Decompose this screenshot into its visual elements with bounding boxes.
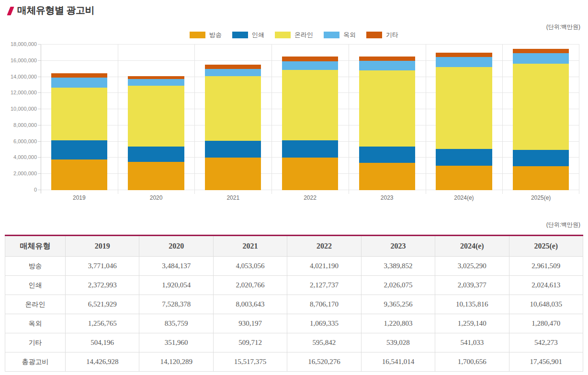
x-axis-label: 2019 — [41, 194, 118, 201]
bar-segment-기타 — [359, 57, 415, 61]
media-spend-table: 매체유형201920202021202220232024(e)2025(e) 방… — [5, 235, 583, 372]
y-axis-label: 10,000,000 — [0, 106, 37, 112]
bar-segment-방송 — [359, 163, 415, 190]
stacked-bar-2019 — [51, 45, 107, 190]
value-cell: 2,127,737 — [287, 276, 361, 295]
y-axis-label: 12,000,000 — [0, 90, 37, 95]
stacked-bar-2025(e) — [513, 45, 569, 190]
bar-segment-온라인 — [282, 70, 338, 140]
value-cell: 351,960 — [139, 333, 213, 352]
bar-segment-방송 — [436, 166, 492, 190]
value-cell: 6,521,929 — [66, 295, 139, 314]
value-cell: 16,520,276 — [287, 352, 361, 372]
bar-segment-옥외 — [282, 61, 338, 70]
table-header-year: 2024(e) — [435, 236, 509, 257]
bar-segment-온라인 — [436, 67, 492, 149]
bar-column-2019 — [41, 45, 118, 190]
media-spend-table-wrap: 매체유형201920202021202220232024(e)2025(e) 방… — [5, 235, 583, 372]
value-cell: 509,712 — [213, 333, 287, 352]
y-axis: 02,000,0004,000,0006,000,0008,000,00010,… — [0, 45, 37, 190]
table-row-인쇄: 인쇄2,372,9931,920,0542,020,7662,127,7372,… — [5, 276, 583, 295]
table-row-기타: 기타504,196351,960509,712595,842539,028541… — [5, 333, 583, 352]
bar-segment-인쇄 — [436, 149, 492, 165]
value-cell: 2,026,075 — [361, 276, 435, 295]
value-cell: 2,039,377 — [435, 276, 509, 295]
table-header-year: 2022 — [287, 236, 361, 257]
table-row-총광고비: 총광고비14,426,92814,120,28915,517,37516,520… — [5, 352, 583, 372]
value-cell: 10,648,035 — [509, 295, 583, 314]
value-cell: 14,426,928 — [66, 352, 139, 372]
legend-label: 방송 — [209, 31, 222, 39]
value-cell: 9,365,256 — [361, 295, 435, 314]
bar-segment-옥외 — [359, 61, 415, 71]
bar-segment-옥외 — [205, 69, 261, 77]
stacked-bar-chart — [41, 45, 579, 190]
row-label-cell: 온라인 — [5, 295, 66, 314]
value-cell: 17,456,901 — [509, 352, 583, 372]
value-cell: 542,273 — [509, 333, 583, 352]
table-row-온라인: 온라인6,521,9297,528,3788,003,6438,706,1709… — [5, 295, 583, 314]
bar-segment-인쇄 — [359, 147, 415, 163]
y-axis-label: 2,000,000 — [0, 170, 37, 176]
stacked-bar-2021 — [205, 45, 261, 190]
x-axis-label: 2023 — [349, 194, 426, 201]
value-cell: 930,197 — [213, 314, 287, 333]
page-title: 매체유형별 광고비 — [17, 4, 94, 17]
bar-segment-방송 — [51, 159, 107, 190]
x-axis: 201920202021202220232024(e)2025(e) — [41, 194, 579, 202]
row-label-cell: 기타 — [5, 333, 66, 352]
legend-item-온라인[interactable]: 온라인 — [275, 31, 313, 39]
bar-segment-방송 — [128, 162, 184, 190]
y-axis-label: 16,000,000 — [0, 57, 37, 63]
value-cell: 504,196 — [66, 333, 139, 352]
value-cell: 2,372,993 — [66, 276, 139, 295]
value-cell: 835,759 — [139, 314, 213, 333]
stacked-bar-2023 — [359, 45, 415, 190]
value-cell: 8,003,643 — [213, 295, 287, 314]
x-axis-label: 2020 — [118, 194, 195, 201]
legend-label: 기타 — [386, 31, 398, 39]
bar-column-2021 — [194, 45, 271, 190]
bar-segment-인쇄 — [205, 141, 261, 157]
value-cell: 595,842 — [287, 333, 361, 352]
value-cell: 4,021,190 — [287, 257, 361, 276]
legend-item-기타[interactable]: 기타 — [366, 31, 398, 39]
value-cell: 3,025,290 — [435, 257, 509, 276]
bar-segment-온라인 — [51, 88, 107, 140]
value-cell: 539,028 — [361, 333, 435, 352]
table-row-옥외: 옥외1,256,765835,759930,1971,069,3351,220,… — [5, 314, 583, 333]
value-cell: 10,135,816 — [435, 295, 509, 314]
table-body: 방송3,771,0463,484,1374,053,0564,021,1903,… — [5, 257, 583, 372]
x-axis-label: 2021 — [194, 194, 271, 201]
stacked-bar-2020 — [128, 45, 184, 190]
legend-swatch-icon — [324, 32, 339, 38]
value-cell: 4,053,056 — [213, 257, 287, 276]
value-cell: 1,700,656 — [435, 352, 509, 372]
bar-segment-온라인 — [359, 70, 415, 146]
table-header-row: 매체유형201920202021202220232024(e)2025(e) — [5, 236, 583, 257]
legend-swatch-icon — [190, 32, 205, 38]
legend-item-인쇄[interactable]: 인쇄 — [232, 31, 264, 39]
value-cell: 2,020,766 — [213, 276, 287, 295]
bar-segment-인쇄 — [51, 140, 107, 159]
bar-segment-기타 — [51, 73, 107, 78]
legend-item-옥외[interactable]: 옥외 — [324, 31, 356, 39]
table-header-year: 2023 — [361, 236, 435, 257]
value-cell: 1,259,140 — [435, 314, 509, 333]
bar-segment-기타 — [205, 65, 261, 69]
bar-segment-기타 — [436, 53, 492, 57]
x-axis-label: 2024(e) — [426, 194, 503, 201]
chart-legend: 방송인쇄온라인옥외기타 — [184, 31, 404, 39]
legend-item-방송[interactable]: 방송 — [190, 31, 222, 39]
bar-segment-온라인 — [205, 76, 261, 141]
bar-segment-인쇄 — [128, 147, 184, 162]
stacked-bar-2022 — [282, 45, 338, 190]
value-cell: 3,389,852 — [361, 257, 435, 276]
bar-segment-방송 — [205, 158, 261, 190]
bar-segment-온라인 — [128, 86, 184, 147]
row-label-cell: 옥외 — [5, 314, 66, 333]
table-unit-label: (단위:백만원) — [546, 221, 580, 229]
legend-swatch-icon — [366, 32, 382, 38]
stacked-bar-2024(e) — [436, 45, 492, 190]
value-cell: 7,528,378 — [139, 295, 213, 314]
